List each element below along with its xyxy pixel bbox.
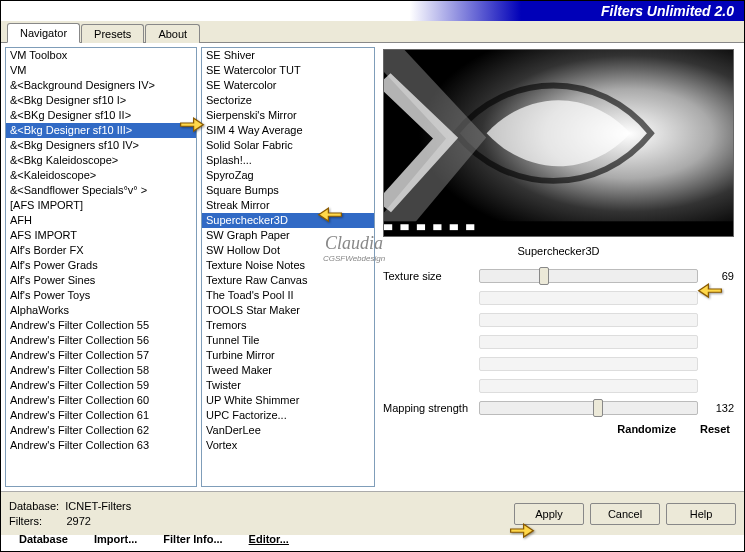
mapping-strength-slider[interactable] xyxy=(479,401,698,415)
database-button[interactable]: Database xyxy=(19,533,68,545)
apply-button[interactable]: Apply xyxy=(514,503,584,525)
list-item[interactable]: VM xyxy=(6,63,196,78)
list-item[interactable]: Andrew's Filter Collection 61 xyxy=(6,408,196,423)
list-item[interactable]: Tremors xyxy=(202,318,374,333)
list-item[interactable]: Sierpenski's Mirror xyxy=(202,108,374,123)
list-item[interactable]: Solid Solar Fabric xyxy=(202,138,374,153)
tab-about[interactable]: About xyxy=(145,24,200,43)
list-item[interactable]: Tunnel Tile xyxy=(202,333,374,348)
list-item[interactable]: SE Watercolor TUT xyxy=(202,63,374,78)
footer-buttons: Apply Cancel Help xyxy=(514,503,736,525)
list-item[interactable]: &<Bkg Designer sf10 III> xyxy=(6,123,196,138)
category-list[interactable]: VM ToolboxVM&<Background Designers IV>&<… xyxy=(5,47,197,487)
list-item[interactable]: Twister xyxy=(202,378,374,393)
list-item[interactable]: SE Shiver xyxy=(202,48,374,63)
list-item[interactable]: AFH xyxy=(6,213,196,228)
bottom-button-row: Database Import... Filter Info... Editor… xyxy=(11,529,391,549)
list-item[interactable]: SpyroZag xyxy=(202,168,374,183)
svg-rect-3 xyxy=(400,224,408,230)
help-button[interactable]: Help xyxy=(666,503,736,525)
import-button[interactable]: Import... xyxy=(94,533,137,545)
list-item[interactable]: Texture Noise Notes xyxy=(202,258,374,273)
param-label: Mapping strength xyxy=(383,402,473,414)
list-item[interactable]: Alf's Power Sines xyxy=(6,273,196,288)
list-item[interactable]: VanDerLee xyxy=(202,423,374,438)
filter-list[interactable]: SE ShiverSE Watercolor TUTSE WatercolorS… xyxy=(201,47,375,487)
list-item[interactable]: Vortex xyxy=(202,438,374,453)
list-item[interactable]: UPC Factorize... xyxy=(202,408,374,423)
list-item[interactable]: Splash!... xyxy=(202,153,374,168)
tab-presets[interactable]: Presets xyxy=(81,24,144,43)
list-item[interactable]: AFS IMPORT xyxy=(6,228,196,243)
list-item[interactable]: [AFS IMPORT] xyxy=(6,198,196,213)
svg-rect-5 xyxy=(433,224,441,230)
tab-navigator[interactable]: Navigator xyxy=(7,23,80,43)
list-item[interactable]: Tweed Maker xyxy=(202,363,374,378)
list-item[interactable]: &<Kaleidoscope> xyxy=(6,168,196,183)
reset-button[interactable]: Reset xyxy=(700,423,730,435)
list-item[interactable]: SW Hollow Dot xyxy=(202,243,374,258)
title-bar: Filters Unlimited 2.0 xyxy=(1,1,744,21)
list-item[interactable]: Alf's Power Grads xyxy=(6,258,196,273)
preview-label: ClaudiaCGSFWebdesign Superchecker3D xyxy=(383,245,734,257)
list-item[interactable]: SE Watercolor xyxy=(202,78,374,93)
list-item[interactable]: &<Bkg Designers sf10 IV> xyxy=(6,138,196,153)
svg-rect-2 xyxy=(384,224,392,230)
tab-strip: Navigator Presets About xyxy=(1,21,744,43)
list-item[interactable]: Streak Mirror xyxy=(202,198,374,213)
slider-thumb[interactable] xyxy=(593,399,603,417)
param-label: Texture size xyxy=(383,270,473,282)
list-item[interactable]: The Toad's Pool II xyxy=(202,288,374,303)
list-item[interactable]: Andrew's Filter Collection 58 xyxy=(6,363,196,378)
list-item[interactable]: TOOLS Star Maker xyxy=(202,303,374,318)
list-item[interactable]: Andrew's Filter Collection 59 xyxy=(6,378,196,393)
list-item[interactable]: AlphaWorks xyxy=(6,303,196,318)
list-item[interactable]: &<BKg Designer sf10 II> xyxy=(6,108,196,123)
list-item[interactable]: Andrew's Filter Collection 63 xyxy=(6,438,196,453)
main-panel: VM ToolboxVM&<Background Designers IV>&<… xyxy=(1,43,744,491)
list-item[interactable]: Square Bumps xyxy=(202,183,374,198)
list-item[interactable]: Superchecker3D xyxy=(202,213,374,228)
list-item[interactable]: Alf's Power Toys xyxy=(6,288,196,303)
list-item[interactable]: Alf's Border FX xyxy=(6,243,196,258)
param-value: 69 xyxy=(704,270,734,282)
randomize-reset-row: Randomize Reset xyxy=(383,419,734,435)
cancel-button[interactable]: Cancel xyxy=(590,503,660,525)
app-title: Filters Unlimited 2.0 xyxy=(601,3,734,19)
list-item[interactable]: SW Graph Paper xyxy=(202,228,374,243)
list-item[interactable]: &<Background Designers IV> xyxy=(6,78,196,93)
texture-size-slider[interactable] xyxy=(479,269,698,283)
list-item[interactable]: &<Bkg Kaleidoscope> xyxy=(6,153,196,168)
param-texture-size: Texture size 69 xyxy=(383,265,734,287)
svg-rect-6 xyxy=(450,224,458,230)
list-item[interactable]: Turbine Mirror xyxy=(202,348,374,363)
randomize-button[interactable]: Randomize xyxy=(617,423,676,435)
param-value: 132 xyxy=(704,402,734,414)
list-item[interactable]: Sectorize xyxy=(202,93,374,108)
list-item[interactable]: Andrew's Filter Collection 55 xyxy=(6,318,196,333)
list-item[interactable]: Texture Raw Canvas xyxy=(202,273,374,288)
list-item[interactable]: Andrew's Filter Collection 57 xyxy=(6,348,196,363)
status-info: Database: ICNET-Filters Filters: 2972 xyxy=(9,499,131,529)
list-item[interactable]: &<Sandflower Specials°v° > xyxy=(6,183,196,198)
filter-info-button[interactable]: Filter Info... xyxy=(163,533,222,545)
param-mapping-strength: Mapping strength 132 xyxy=(383,397,734,419)
list-item[interactable]: UP White Shimmer xyxy=(202,393,374,408)
list-item[interactable]: &<Bkg Designer sf10 I> xyxy=(6,93,196,108)
list-item[interactable]: Andrew's Filter Collection 56 xyxy=(6,333,196,348)
slider-thumb[interactable] xyxy=(539,267,549,285)
preview-image xyxy=(383,49,734,237)
svg-rect-4 xyxy=(417,224,425,230)
list-item[interactable]: SIM 4 Way Average xyxy=(202,123,374,138)
list-item[interactable]: Andrew's Filter Collection 60 xyxy=(6,393,196,408)
svg-rect-7 xyxy=(466,224,474,230)
editor-button[interactable]: Editor... xyxy=(249,533,289,545)
list-item[interactable]: VM Toolbox xyxy=(6,48,196,63)
right-panel: ClaudiaCGSFWebdesign Superchecker3D Text… xyxy=(379,47,740,487)
disabled-sliders xyxy=(383,287,734,397)
list-item[interactable]: Andrew's Filter Collection 62 xyxy=(6,423,196,438)
